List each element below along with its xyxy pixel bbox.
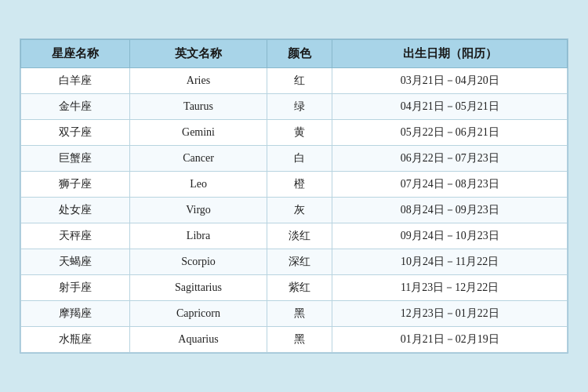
cell-chinese: 巨蟹座: [21, 146, 130, 172]
cell-chinese: 狮子座: [21, 172, 130, 198]
table-row: 白羊座Aries红03月21日－04月20日: [21, 68, 568, 94]
table-row: 天秤座Libra淡红09月24日－10月23日: [21, 223, 568, 249]
cell-english: Gemini: [130, 120, 267, 146]
cell-color: 橙: [267, 172, 332, 198]
cell-date: 07月24日－08月23日: [332, 172, 568, 198]
table-row: 狮子座Leo橙07月24日－08月23日: [21, 172, 568, 198]
cell-date: 10月24日－11月22日: [332, 249, 568, 275]
cell-date: 12月23日－01月22日: [332, 301, 568, 327]
cell-date: 08月24日－09月23日: [332, 198, 568, 223]
zodiac-table-container: 星座名称 英文名称 颜色 出生日期（阳历） 白羊座Aries红03月21日－04…: [20, 38, 568, 354]
table-row: 处女座Virgo灰08月24日－09月23日: [21, 198, 568, 223]
table-row: 金牛座Taurus绿04月21日－05月21日: [21, 94, 568, 120]
cell-chinese: 天蝎座: [21, 249, 130, 275]
cell-color: 红: [267, 68, 332, 94]
cell-date: 05月22日－06月21日: [332, 120, 568, 146]
cell-color: 深红: [267, 249, 332, 275]
cell-english: Leo: [130, 172, 267, 198]
zodiac-table: 星座名称 英文名称 颜色 出生日期（阳历） 白羊座Aries红03月21日－04…: [20, 39, 568, 353]
header-color: 颜色: [267, 40, 332, 68]
cell-date: 03月21日－04月20日: [332, 68, 568, 94]
cell-english: Libra: [130, 223, 267, 249]
cell-color: 淡红: [267, 223, 332, 249]
cell-date: 11月23日－12月22日: [332, 275, 568, 301]
cell-english: Virgo: [130, 198, 267, 223]
table-header-row: 星座名称 英文名称 颜色 出生日期（阳历）: [21, 40, 568, 68]
cell-color: 黑: [267, 327, 332, 353]
cell-chinese: 处女座: [21, 198, 130, 223]
cell-chinese: 双子座: [21, 120, 130, 146]
cell-chinese: 水瓶座: [21, 327, 130, 353]
cell-date: 01月21日－02月19日: [332, 327, 568, 353]
cell-chinese: 白羊座: [21, 68, 130, 94]
cell-color: 黑: [267, 301, 332, 327]
table-row: 天蝎座Scorpio深红10月24日－11月22日: [21, 249, 568, 275]
cell-chinese: 金牛座: [21, 94, 130, 120]
cell-color: 灰: [267, 198, 332, 223]
cell-english: Aries: [130, 68, 267, 94]
table-row: 水瓶座Aquarius黑01月21日－02月19日: [21, 327, 568, 353]
cell-chinese: 射手座: [21, 275, 130, 301]
cell-date: 04月21日－05月21日: [332, 94, 568, 120]
cell-chinese: 天秤座: [21, 223, 130, 249]
cell-english: Sagittarius: [130, 275, 267, 301]
table-row: 摩羯座Capricorn黑12月23日－01月22日: [21, 301, 568, 327]
cell-english: Cancer: [130, 146, 267, 172]
header-chinese: 星座名称: [21, 40, 130, 68]
cell-date: 09月24日－10月23日: [332, 223, 568, 249]
cell-color: 紫红: [267, 275, 332, 301]
header-date: 出生日期（阳历）: [332, 40, 568, 68]
cell-color: 白: [267, 146, 332, 172]
cell-english: Capricorn: [130, 301, 267, 327]
table-row: 双子座Gemini黄05月22日－06月21日: [21, 120, 568, 146]
header-english: 英文名称: [130, 40, 267, 68]
cell-chinese: 摩羯座: [21, 301, 130, 327]
table-row: 射手座Sagittarius紫红11月23日－12月22日: [21, 275, 568, 301]
cell-color: 绿: [267, 94, 332, 120]
cell-english: Scorpio: [130, 249, 267, 275]
cell-color: 黄: [267, 120, 332, 146]
cell-english: Aquarius: [130, 327, 267, 353]
table-row: 巨蟹座Cancer白06月22日－07月23日: [21, 146, 568, 172]
cell-english: Taurus: [130, 94, 267, 120]
cell-date: 06月22日－07月23日: [332, 146, 568, 172]
